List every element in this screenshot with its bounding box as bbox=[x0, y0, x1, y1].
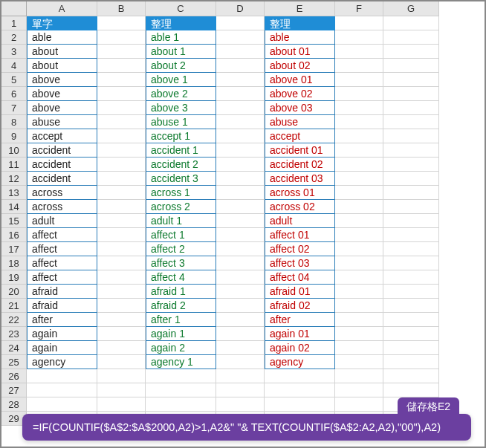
cell-E25[interactable]: agency bbox=[265, 355, 335, 369]
cell-A9[interactable]: accept bbox=[27, 129, 97, 143]
cell-D15[interactable] bbox=[216, 214, 265, 228]
cell-C5[interactable]: above 1 bbox=[146, 73, 216, 87]
cell-B14[interactable] bbox=[97, 200, 146, 214]
cell-B5[interactable] bbox=[97, 73, 146, 87]
cell-G26[interactable] bbox=[383, 369, 439, 383]
cell-F16[interactable] bbox=[335, 228, 383, 242]
cell-B27[interactable] bbox=[97, 383, 146, 397]
cell-C21[interactable]: afraid 2 bbox=[146, 299, 216, 313]
cell-G15[interactable] bbox=[383, 214, 439, 228]
cell-D3[interactable] bbox=[216, 45, 265, 59]
cell-F3[interactable] bbox=[335, 45, 383, 59]
cell-G6[interactable] bbox=[383, 87, 439, 101]
cell-D10[interactable] bbox=[216, 143, 265, 158]
cell-A1[interactable]: 單字 bbox=[27, 16, 97, 30]
cell-F20[interactable] bbox=[335, 285, 383, 299]
cell-E5[interactable]: above 01 bbox=[265, 73, 335, 87]
cell-G24[interactable] bbox=[383, 341, 439, 355]
cell-D23[interactable] bbox=[216, 327, 265, 341]
cell-B16[interactable] bbox=[97, 228, 146, 242]
cell-A3[interactable]: about bbox=[27, 45, 97, 59]
cell-D14[interactable] bbox=[216, 200, 265, 214]
cell-C19[interactable]: affect 4 bbox=[146, 270, 216, 285]
cell-E12[interactable]: accident 03 bbox=[265, 172, 335, 186]
row-header-10[interactable]: 10 bbox=[1, 143, 27, 158]
cell-D16[interactable] bbox=[216, 228, 265, 242]
cell-B11[interactable] bbox=[97, 158, 146, 172]
cell-E1[interactable]: 整理 bbox=[265, 16, 335, 30]
cell-G1[interactable] bbox=[383, 16, 439, 30]
cell-G25[interactable] bbox=[383, 355, 439, 369]
cell-A23[interactable]: again bbox=[27, 327, 97, 341]
col-header-E[interactable]: E bbox=[265, 1, 335, 16]
cell-D5[interactable] bbox=[216, 73, 265, 87]
row-header-16[interactable]: 16 bbox=[1, 228, 27, 242]
cell-B26[interactable] bbox=[97, 369, 146, 383]
cell-E28[interactable] bbox=[265, 397, 335, 412]
cell-E24[interactable]: again 02 bbox=[265, 341, 335, 355]
row-header-9[interactable]: 9 bbox=[1, 129, 27, 143]
cell-B6[interactable] bbox=[97, 87, 146, 101]
cell-C7[interactable]: above 3 bbox=[146, 101, 216, 115]
row-header-22[interactable]: 22 bbox=[1, 313, 27, 327]
cell-G11[interactable] bbox=[383, 158, 439, 172]
cell-D18[interactable] bbox=[216, 256, 265, 270]
cell-A13[interactable]: across bbox=[27, 186, 97, 200]
cell-B19[interactable] bbox=[97, 270, 146, 285]
row-header-21[interactable]: 21 bbox=[1, 299, 27, 313]
cell-B13[interactable] bbox=[97, 186, 146, 200]
cell-D4[interactable] bbox=[216, 59, 265, 73]
cell-C28[interactable] bbox=[146, 397, 216, 412]
cell-F2[interactable] bbox=[335, 30, 383, 45]
cell-F7[interactable] bbox=[335, 101, 383, 115]
cell-F17[interactable] bbox=[335, 242, 383, 256]
cell-B12[interactable] bbox=[97, 172, 146, 186]
spreadsheet-grid[interactable]: ABCDEFG1單字整理整理2ableable 1able3aboutabout… bbox=[1, 1, 485, 426]
row-header-23[interactable]: 23 bbox=[1, 327, 27, 341]
cell-F21[interactable] bbox=[335, 299, 383, 313]
cell-C23[interactable]: again 1 bbox=[146, 327, 216, 341]
row-header-28[interactable]: 28 bbox=[1, 397, 27, 412]
cell-B20[interactable] bbox=[97, 285, 146, 299]
cell-B23[interactable] bbox=[97, 327, 146, 341]
cell-G27[interactable] bbox=[383, 383, 439, 397]
row-header-24[interactable]: 24 bbox=[1, 341, 27, 355]
cell-C4[interactable]: about 2 bbox=[146, 59, 216, 73]
cell-E14[interactable]: across 02 bbox=[265, 200, 335, 214]
cell-E13[interactable]: across 01 bbox=[265, 186, 335, 200]
cell-G2[interactable] bbox=[383, 30, 439, 45]
cell-F8[interactable] bbox=[335, 115, 383, 129]
cell-G21[interactable] bbox=[383, 299, 439, 313]
cell-F9[interactable] bbox=[335, 129, 383, 143]
cell-A6[interactable]: above bbox=[27, 87, 97, 101]
cell-B22[interactable] bbox=[97, 313, 146, 327]
cell-F13[interactable] bbox=[335, 186, 383, 200]
cell-C27[interactable] bbox=[146, 383, 216, 397]
cell-D6[interactable] bbox=[216, 87, 265, 101]
cell-E27[interactable] bbox=[265, 383, 335, 397]
cell-F18[interactable] bbox=[335, 256, 383, 270]
row-header-12[interactable]: 12 bbox=[1, 172, 27, 186]
col-header-A[interactable]: A bbox=[27, 1, 97, 16]
row-header-14[interactable]: 14 bbox=[1, 200, 27, 214]
cell-A25[interactable]: agency bbox=[27, 355, 97, 369]
cell-A12[interactable]: accident bbox=[27, 172, 97, 186]
cell-D25[interactable] bbox=[216, 355, 265, 369]
cell-C2[interactable]: able 1 bbox=[146, 30, 216, 45]
cell-E4[interactable]: about 02 bbox=[265, 59, 335, 73]
cell-F10[interactable] bbox=[335, 143, 383, 158]
cell-D12[interactable] bbox=[216, 172, 265, 186]
cell-A15[interactable]: adult bbox=[27, 214, 97, 228]
cell-D11[interactable] bbox=[216, 158, 265, 172]
cell-D21[interactable] bbox=[216, 299, 265, 313]
row-header-13[interactable]: 13 bbox=[1, 186, 27, 200]
cell-D9[interactable] bbox=[216, 129, 265, 143]
cell-B17[interactable] bbox=[97, 242, 146, 256]
cell-F28[interactable] bbox=[335, 397, 383, 412]
cell-C16[interactable]: affect 1 bbox=[146, 228, 216, 242]
cell-C8[interactable]: abuse 1 bbox=[146, 115, 216, 129]
cell-G14[interactable] bbox=[383, 200, 439, 214]
cell-C3[interactable]: about 1 bbox=[146, 45, 216, 59]
cell-B18[interactable] bbox=[97, 256, 146, 270]
cell-D8[interactable] bbox=[216, 115, 265, 129]
